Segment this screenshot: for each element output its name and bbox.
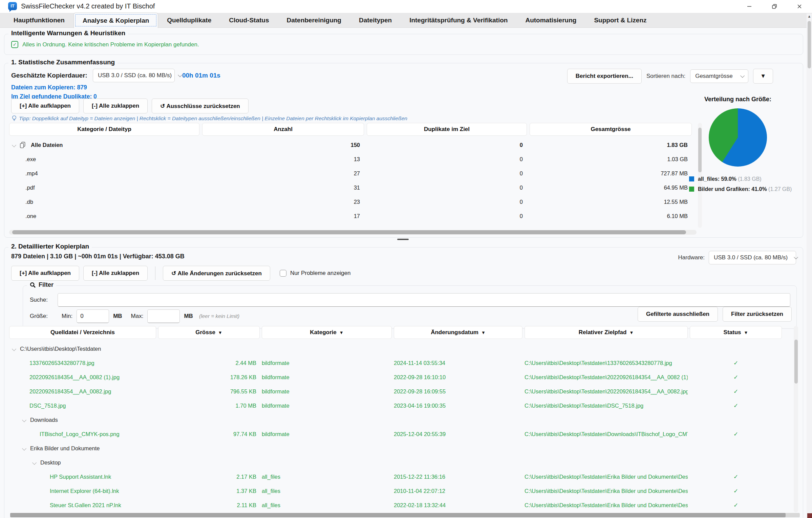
stats-table-row[interactable]: Alle Dateien15001.83 GB — [9, 138, 697, 152]
plan-collapse-all-button[interactable]: [-] Alle zuklappen — [83, 266, 148, 281]
export-cluster: Bericht exportieren... Sortieren nach: G… — [567, 69, 773, 84]
plan-folder-row[interactable]: C:\Users\itbis\Desktop\Testdaten — [9, 342, 792, 356]
plan-file-row[interactable]: 133760265343280778.jpg2.44 MBbildformate… — [9, 356, 792, 370]
copy-plan-summary: 879 Dateien | 3.10 GB | ~00h 01m 01s | V… — [11, 253, 185, 260]
window-vertical-scrollbar[interactable]: ▲ — [807, 14, 812, 518]
tab-datenbereinigung[interactable]: Datenbereinigung — [278, 13, 350, 27]
stats-column-header[interactable]: Gesamtgrösse — [530, 123, 692, 136]
sort-by-select[interactable]: Gesamtgrösse — [690, 69, 748, 83]
minimize-button[interactable] — [737, 0, 762, 13]
chevron-down-icon[interactable] — [22, 446, 26, 451]
tab-dateitypen[interactable]: Dateitypen — [350, 13, 401, 27]
plan-vertical-scrollbar[interactable] — [794, 326, 798, 512]
stats-horizontal-scrollbar[interactable] — [9, 230, 697, 235]
plan-file-row[interactable]: 20220926184354__AA_0082.jpg796.55 KBbild… — [9, 384, 792, 398]
legend-label: all_files: 59.0% — [698, 176, 736, 182]
exclude-filtered-button[interactable]: Gefilterte ausschließen — [638, 307, 718, 322]
category-cell: bildformate — [262, 374, 392, 381]
modified-date-cell: 2022-09-28 16:09:55 — [394, 388, 522, 395]
modified-date-cell: 2015-12-22 11:36:16 — [394, 474, 522, 480]
plan-column-header[interactable]: Grösse▼ — [158, 326, 260, 339]
plan-table-body: C:\Users\itbis\Desktop\Testdaten13376026… — [9, 342, 792, 512]
source-cell: Erika Bilder und Dokumente — [9, 445, 156, 452]
reset-filter-button[interactable]: Filter zurücksetzen — [723, 307, 792, 322]
scrollbar-thumb[interactable] — [808, 21, 811, 68]
plan-expand-all-button[interactable]: [+] Alle aufklappen — [11, 266, 79, 281]
plan-column-label: Quelldatei / Verzeichnis — [50, 329, 115, 336]
success-check-icon: ✓ — [11, 41, 18, 48]
scrollbar-thumb[interactable] — [794, 340, 798, 384]
plan-column-header[interactable]: Änderungsdatum▼ — [394, 326, 522, 339]
plan-column-header[interactable]: Status▼ — [690, 326, 782, 339]
tab-integritätsprüfung-verifikation[interactable]: Integritätsprüfung & Verifikation — [401, 13, 516, 27]
search-input[interactable] — [58, 293, 790, 307]
filter-panel: Filter Suche: Größe: Min: MB Max: MB (le… — [23, 285, 797, 329]
chevron-down-icon[interactable] — [22, 418, 26, 422]
max-size-input[interactable] — [147, 309, 180, 323]
stats-table-row[interactable]: .exe1301.03 GB — [9, 152, 697, 166]
stats-table-row[interactable]: .pdf31064.95 MB — [9, 180, 697, 195]
plan-file-row[interactable]: HP Support Assistant.lnk2.17 KBall_files… — [9, 470, 792, 484]
restore-button[interactable] — [762, 0, 787, 13]
copy-plan-title: 2. Detaillierter Kopierplan — [8, 243, 92, 250]
plan-column-header[interactable]: Relativer Zielpfad▼ — [525, 326, 688, 339]
stats-category-cell: .pdf — [9, 185, 199, 191]
stats-table-row[interactable]: .db23012.55 MB — [9, 195, 697, 209]
statistics-title: 1. Statistische Zusammenfassung — [8, 59, 117, 66]
plan-column-header[interactable]: Kategorie▼ — [262, 326, 392, 339]
hardware-speed-select[interactable]: USB 3.0 / SSD (ca. 80 MB/s) — [93, 69, 175, 82]
stats-column-header[interactable]: Kategorie / Dateityp — [9, 123, 199, 136]
sort-descending-icon: ▼ — [744, 330, 748, 335]
legend-size: (1.27 GB) — [767, 186, 792, 192]
only-problems-checkbox[interactable] — [280, 270, 286, 277]
sort-descending-icon: ▼ — [481, 330, 486, 335]
plan-column-header[interactable]: Quelldatei / Verzeichnis — [9, 326, 156, 339]
min-size-input[interactable] — [77, 309, 109, 323]
chevron-down-icon[interactable] — [32, 460, 37, 465]
tab-automatisierung[interactable]: Automatisierung — [516, 13, 585, 27]
scrollbar-thumb[interactable] — [10, 513, 786, 517]
hardware-speed-value: USB 3.0 / SSD (ca. 80 MB/s) — [98, 72, 172, 79]
chevron-down-icon[interactable] — [12, 143, 16, 147]
legend-swatch — [689, 176, 694, 181]
tab-support-lizenz[interactable]: Support & Lizenz — [585, 13, 655, 27]
plan-file-row[interactable]: ITBischof_Logo_CMYK-pos.png97.74 KBbildf… — [9, 427, 792, 441]
collapse-all-button[interactable]: [-] Alle zuklappen — [83, 99, 148, 113]
plan-folder-row[interactable]: Desktop — [9, 455, 792, 470]
export-report-button[interactable]: Bericht exportieren... — [567, 69, 642, 84]
plan-file-row[interactable]: 20220926184354__AA_0082 (1).jpg178.26 KB… — [9, 370, 792, 384]
scroll-up-arrow-icon[interactable]: ▲ — [807, 14, 812, 18]
count-cell: 27 — [202, 170, 364, 177]
stats-column-header[interactable]: Duplikate im Ziel — [367, 123, 527, 136]
size-cell: 1.03 GB — [530, 156, 692, 163]
reset-exclusions-button[interactable]: ↺ Ausschlüsse zurücksetzen — [152, 99, 249, 113]
plan-folder-row[interactable]: Erika Bilder und Dokumente — [9, 441, 792, 455]
stats-column-header[interactable]: Anzahl — [202, 123, 364, 136]
collapse-panel-button[interactable]: ▼ — [753, 69, 773, 84]
target-path-cell: C:\Users\itbis\Desktop\Testdaten\Erika B… — [525, 474, 688, 480]
plan-horizontal-scrollbar[interactable] — [10, 513, 800, 517]
plan-file-row[interactable]: Steuer St.Gallen 2021 nP.lnk2.11 KBall_f… — [9, 498, 792, 512]
expand-all-button[interactable]: [+] Alle aufklappen — [11, 99, 79, 113]
tab-hauptfunktionen[interactable]: Hauptfunktionen — [5, 13, 73, 27]
plan-file-row[interactable]: Internet Explorer (64-bit).lnk1.37 KBall… — [9, 484, 792, 498]
stats-table-row[interactable]: .mp4270727.87 MB — [9, 166, 697, 180]
stats-table-row[interactable]: .one1706.10 MB — [9, 209, 697, 223]
folder-name: Erika Bilder und Dokumente — [30, 445, 100, 452]
hardware-select[interactable]: USB 3.0 / SSD (ca. 80 MB/s) — [709, 251, 796, 264]
tab-quellduplikate[interactable]: Quellduplikate — [158, 13, 220, 27]
plan-file-row[interactable]: DSC_7518.jpg1.70 MBbildformate2023-04-16… — [9, 398, 792, 413]
tab-analyse-kopierplan[interactable]: Analyse & Kopierplan — [73, 13, 158, 28]
tab-cloud-status[interactable]: Cloud-Status — [220, 13, 278, 27]
plan-folder-row[interactable]: Downloads — [9, 413, 792, 427]
restore-icon — [771, 3, 778, 10]
duplicates-cell: 0 — [367, 142, 527, 148]
file-name: HP Support Assistant.lnk — [50, 474, 111, 480]
splitter-handle[interactable] — [397, 239, 409, 240]
duplicates-cell: 0 — [367, 170, 527, 177]
chevron-down-icon[interactable] — [12, 347, 16, 351]
plan-column-label: Änderungsdatum — [431, 329, 478, 336]
close-button[interactable] — [787, 0, 812, 13]
reset-changes-button[interactable]: ↺ Alle Änderungen zurücksetzen — [163, 266, 270, 281]
scrollbar-thumb[interactable] — [12, 230, 686, 234]
